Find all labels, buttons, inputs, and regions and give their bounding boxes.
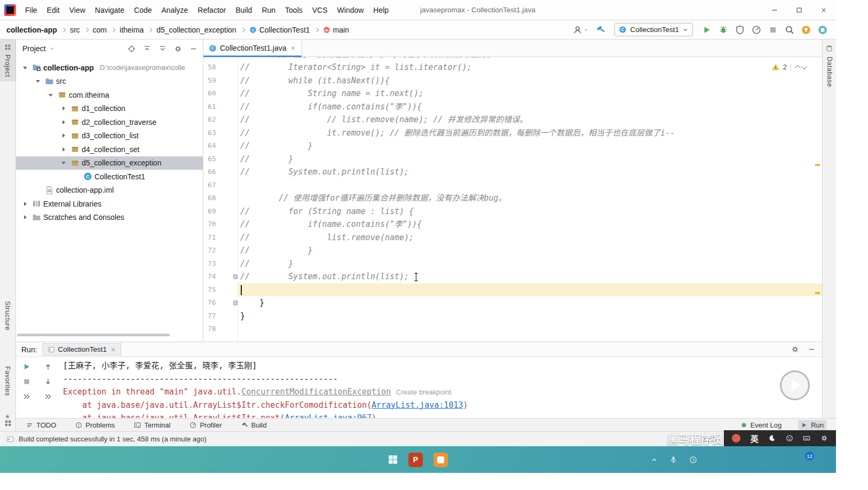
toolwindow-run[interactable]: Run: [798, 420, 826, 430]
run-tab-collectiontest1[interactable]: CollectionTest1: [43, 343, 122, 355]
ime-settings-icon[interactable]: [820, 434, 828, 442]
chevron-collapsed-icon[interactable]: [60, 104, 68, 113]
more-options-icon[interactable]: [22, 392, 31, 401]
code-line-72[interactable]: 72// }: [203, 244, 822, 257]
stacktrace-link[interactable]: ArrayList.java:1013: [372, 400, 463, 410]
chevron-expanded-icon[interactable]: [34, 77, 43, 85]
code-line-68[interactable]: 68 // 使用增强for循环遍历集合并删除数据，没有办法解决bug。: [203, 192, 822, 205]
toolwindow-todo[interactable]: TODO: [23, 420, 59, 430]
ime-logo-icon[interactable]: [732, 434, 740, 442]
notification-badge[interactable]: 12: [805, 452, 814, 461]
code-line-73[interactable]: 73// }: [203, 257, 822, 271]
code-line-67[interactable]: 67: [203, 179, 822, 192]
minimize-button[interactable]: [762, 0, 787, 20]
collapse-all-icon[interactable]: [143, 45, 151, 53]
breadcrumb-src[interactable]: src: [70, 26, 80, 34]
settings-gear-icon[interactable]: [791, 345, 799, 353]
next-warning-icon[interactable]: [801, 63, 807, 69]
tree-item-d5-collection-exception[interactable]: d5_collection_exception: [16, 156, 203, 170]
error-stripe-mark[interactable]: [815, 164, 820, 166]
plugin-circle-icon[interactable]: [818, 25, 827, 35]
tree-item-collection-app-iml[interactable]: collection-app.iml: [16, 184, 203, 197]
toolwindow-event-log[interactable]: Event Log: [738, 420, 785, 430]
hide-panel-icon[interactable]: [190, 45, 198, 53]
search-everywhere-button[interactable]: [785, 25, 794, 35]
clock-icon[interactable]: [689, 456, 697, 464]
tree-item-d3-collection-list[interactable]: d3_collection_list: [16, 129, 203, 143]
breadcrumb-main[interactable]: mmain: [323, 26, 349, 34]
rerun-button[interactable]: [22, 362, 31, 371]
code-line-60[interactable]: 60// String name = it.next();: [203, 87, 822, 100]
menu-help[interactable]: Help: [368, 0, 393, 20]
code-line-63[interactable]: 63// it.remove(); // 删除迭代器当前遍历到的数据，每删除一个…: [203, 127, 822, 140]
menu-analyze[interactable]: Analyze: [157, 0, 193, 20]
stop-button[interactable]: [768, 25, 778, 35]
settings-gear-icon[interactable]: [174, 45, 182, 53]
code-line-61[interactable]: 61// if(name.contains("李")){: [203, 100, 822, 114]
code-line-58[interactable]: 58// Iterator<String> it = list.iterator…: [203, 61, 822, 74]
tree-item-scratches-and-consoles[interactable]: Scratches and Consoles: [16, 211, 203, 225]
breadcrumb-com[interactable]: com: [93, 26, 107, 34]
profile-button[interactable]: [573, 25, 589, 35]
run-console[interactable]: [王麻子, 小李子, 李爱花, 张全蛋, 晓李, 李玉刚]-----------…: [63, 357, 822, 418]
close-button[interactable]: [811, 0, 836, 20]
ide-update-icon[interactable]: [801, 25, 811, 35]
code-line-66[interactable]: 66// System.out.println(list);: [203, 165, 822, 179]
up-stacktrace-button[interactable]: [44, 362, 52, 371]
menu-file[interactable]: File: [20, 0, 42, 20]
menu-vcs[interactable]: VCS: [307, 0, 333, 20]
editor-tab-collectiontest1[interactable]: C CollectionTest1.java: [203, 39, 302, 57]
fold-handle-icon[interactable]: [233, 274, 238, 279]
code-line-65[interactable]: 65// }: [203, 153, 822, 166]
error-stripe-mark[interactable]: [815, 292, 820, 294]
toolwindow-switcher-icon[interactable]: [4, 420, 12, 427]
debug-button[interactable]: [719, 25, 728, 35]
stacktrace-link[interactable]: ArrayList.java:967: [285, 413, 372, 418]
powerpoint-icon[interactable]: P: [408, 453, 423, 467]
status-message[interactable]: Build completed successfully in 1 sec, 4…: [19, 435, 207, 443]
menu-refactor[interactable]: Refactor: [193, 0, 231, 20]
code-line-59[interactable]: 59// while (it.hasNext()){: [203, 74, 822, 88]
toolwindow-build[interactable]: Build: [239, 420, 270, 430]
code-line-78[interactable]: 78: [203, 322, 822, 336]
chevron-collapsed-icon[interactable]: [60, 118, 68, 127]
code-line-76[interactable]: 76 }: [203, 296, 822, 310]
project-panel-title[interactable]: Project: [22, 44, 46, 53]
code-line-70[interactable]: 70// if(name.contains("李")){: [203, 218, 822, 231]
previous-warning-icon[interactable]: [795, 65, 801, 70]
build-project-button[interactable]: [596, 25, 605, 35]
run-configuration-select[interactable]: C CollectionTest1: [614, 23, 693, 36]
stripe-label-structure[interactable]: Structure: [4, 301, 11, 330]
menu-window[interactable]: Window: [333, 0, 369, 20]
ime-language-toggle[interactable]: 英: [751, 433, 759, 444]
menu-code[interactable]: Code: [129, 0, 156, 20]
microphone-icon[interactable]: [669, 456, 677, 464]
keyboard-icon[interactable]: [803, 434, 810, 442]
tree-item-collectiontest1[interactable]: CCollectionTest1: [16, 170, 203, 184]
chevron-collapsed-icon[interactable]: [60, 145, 68, 154]
hide-panel-icon[interactable]: [808, 345, 816, 353]
tray-expand-icon[interactable]: [651, 456, 658, 463]
tree-item-collection-app[interactable]: collection-appD:\code\javasepromax\colle: [16, 61, 203, 75]
tree-item-d2-collection-traverse[interactable]: d2_collection_traverse: [16, 115, 203, 129]
horizontal-scrollbar[interactable]: [17, 334, 170, 336]
toolwindow-profiler[interactable]: Profiler: [187, 420, 224, 430]
breadcrumb-d5-collection-exception[interactable]: d5_collection_exception: [156, 26, 236, 34]
coverage-button[interactable]: [735, 25, 745, 35]
tree-item-d1-collection[interactable]: d1_collection: [16, 102, 203, 116]
close-tab-icon[interactable]: [110, 346, 116, 353]
tree-item-external-libraries[interactable]: External Libraries: [16, 197, 203, 211]
close-tab-icon[interactable]: [290, 45, 296, 51]
chevron-down-icon[interactable]: [49, 46, 54, 51]
breadcrumb-collectiontest1[interactable]: CCollectionTest1: [249, 26, 310, 34]
toolwindow-terminal[interactable]: Terminal: [131, 420, 173, 430]
inspections-widget[interactable]: 2: [772, 63, 807, 71]
video-play-overlay-icon[interactable]: [780, 370, 810, 400]
menu-run[interactable]: Run: [257, 0, 280, 20]
code-line-69[interactable]: 69// for (String name : list) {: [203, 205, 822, 218]
more-options-icon[interactable]: [44, 392, 52, 401]
code-line-77[interactable]: 77}: [203, 310, 822, 323]
chevron-expanded-icon[interactable]: [60, 159, 68, 167]
chevron-collapsed-icon[interactable]: [60, 131, 68, 140]
exception-class-link[interactable]: ConcurrentModificationException: [241, 387, 391, 397]
